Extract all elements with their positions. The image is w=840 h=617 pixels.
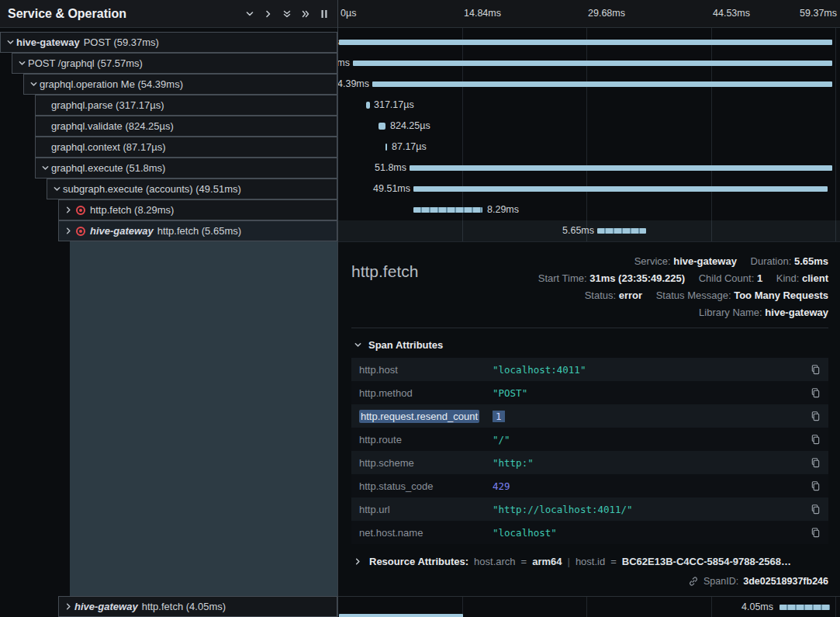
span-bar[interactable] <box>385 144 387 151</box>
span-bar[interactable] <box>410 165 832 171</box>
meta-label: Duration: <box>751 255 792 267</box>
tree-row[interactable]: POST /graphql (57.57ms) <box>0 53 337 74</box>
resource-attributes-row[interactable]: Resource Attributes: host.arch = arm64 |… <box>351 555 828 567</box>
tree-row[interactable]: graphql.operation Me (54.39ms) <box>0 74 337 95</box>
timeline-row-selected: 5.65ms <box>338 220 840 241</box>
panel-title: Service & Operation <box>8 7 240 21</box>
span-bar[interactable] <box>597 228 646 234</box>
tree-row[interactable]: hive-gateway POST (59.37ms) <box>0 32 337 53</box>
span-bar[interactable] <box>780 605 830 610</box>
span-bar[interactable] <box>379 123 385 130</box>
caret-spacer <box>39 120 51 133</box>
copy-icon[interactable] <box>802 411 828 421</box>
tree-row[interactable]: subgraph.execute (accounts) (49.51ms) <box>0 179 337 199</box>
resource-value: arm64 <box>532 556 562 567</box>
tree-row[interactable]: graphql.validate (824.25µs) <box>0 116 337 137</box>
chevron-down-icon[interactable] <box>27 78 40 91</box>
meta-value: hive-gateway <box>673 255 737 267</box>
tree-row[interactable]: http.fetch (8.29ms) <box>0 199 337 220</box>
attribute-row: http.url "http://localhost:4011/" <box>351 497 828 521</box>
gridline <box>711 597 712 617</box>
copy-icon[interactable] <box>802 480 828 491</box>
attribute-key: http.scheme <box>351 457 493 469</box>
span-bar[interactable] <box>372 81 832 87</box>
span-bar[interactable] <box>413 207 482 213</box>
span-label: graphql.context (87.17µs) <box>51 141 166 153</box>
chevron-down-icon[interactable] <box>50 183 63 196</box>
span-label: subgraph.execute (accounts) (49.51ms) <box>63 183 241 195</box>
copy-icon[interactable] <box>802 364 828 375</box>
duration-label: 4.05ms <box>741 597 773 617</box>
tree-row-selected[interactable]: hive-gateway http.fetch (5.65ms) <box>0 220 337 241</box>
selected-span-expanded-area <box>70 241 337 596</box>
meta-value: 1 <box>757 272 762 284</box>
chevron-down-icon[interactable] <box>240 5 259 23</box>
tree-row[interactable]: graphql.context (87.17µs) <box>0 137 337 158</box>
divider <box>351 328 828 328</box>
copy-icon[interactable] <box>802 457 828 468</box>
attribute-value: "POST" <box>493 387 802 399</box>
attribute-row: http.status_code 429 <box>351 474 828 497</box>
resource-key: host.arch <box>474 556 515 567</box>
attribute-key: http.host <box>351 364 493 376</box>
attribute-key: http.route <box>351 434 493 445</box>
chevron-down-icon[interactable] <box>4 36 16 49</box>
span-label: graphql.operation Me (54.39ms) <box>40 78 183 90</box>
copy-icon[interactable] <box>802 504 828 515</box>
chevron-right-icon[interactable] <box>259 5 278 23</box>
meta-label: Library Name: <box>699 307 762 318</box>
chevron-right-icon[interactable] <box>62 225 74 237</box>
timeline-tick: 14.84ms <box>464 0 501 27</box>
detail-title: http.fetch <box>351 262 418 281</box>
section-title: Resource Attributes: <box>369 556 468 567</box>
copy-icon[interactable] <box>802 387 828 398</box>
attribute-value: "localhost:4011" <box>493 364 802 376</box>
chevron-right-icon[interactable] <box>62 601 74 613</box>
tree-row[interactable]: graphql.parse (317.17µs) <box>0 95 337 116</box>
span-bar[interactable] <box>366 102 370 109</box>
collapse-all-icon[interactable] <box>296 5 315 23</box>
chevron-down-icon[interactable] <box>16 57 28 70</box>
attribute-value: "/" <box>493 434 802 445</box>
chevron-down-icon[interactable] <box>39 162 51 175</box>
chevron-down-icon <box>351 338 364 351</box>
caret-spacer <box>39 141 51 154</box>
timeline-row: 8.29ms <box>338 199 840 220</box>
tree-row[interactable]: graphql.execute (51.8ms) <box>0 158 337 179</box>
timeline-tick: 0µs <box>340 0 356 27</box>
copy-icon[interactable] <box>802 434 828 445</box>
span-label: http.fetch (4.05ms) <box>142 601 226 612</box>
attribute-key: http.url <box>351 504 493 515</box>
attribute-row: http.host "localhost:4011" <box>351 358 828 381</box>
span-attributes-section-header[interactable]: Span Attributes <box>351 338 828 351</box>
link-icon[interactable] <box>688 576 699 587</box>
span-label: http.fetch (5.65ms) <box>157 225 241 237</box>
trace-viewer: Service & Operation hive-gateway <box>0 0 840 617</box>
attribute-value: 1 <box>493 411 802 422</box>
service-operation-panel: Service & Operation hive-gateway <box>0 0 338 617</box>
resource-value: BC62E13B-C4CC-5854-9788-2568… <box>622 556 791 567</box>
expand-all-icon[interactable] <box>278 5 296 23</box>
resize-handle-icon[interactable] <box>315 5 334 23</box>
span-bar[interactable] <box>413 186 828 192</box>
resource-key: host.id <box>576 556 605 567</box>
span-bar-partial[interactable] <box>339 614 463 617</box>
gridline <box>835 597 836 617</box>
duration-label: 57.57ms <box>338 53 350 74</box>
error-icon <box>76 206 85 215</box>
chevron-right-icon[interactable] <box>62 204 74 217</box>
span-label: POST (59.37ms) <box>84 36 159 48</box>
span-bar[interactable] <box>339 40 832 45</box>
timeline-row: 824.25µs <box>338 116 840 137</box>
tree-row[interactable]: hive-gateway http.fetch (4.05ms) <box>0 596 337 617</box>
duration-label: 87.17µs <box>392 137 427 158</box>
copy-icon[interactable] <box>802 527 828 538</box>
timeline-row: 49.51ms <box>338 179 840 199</box>
span-detail-panel: http.fetch Service: hive-gateway Duratio… <box>338 241 840 596</box>
span-id-row: SpanID: 3de02518937fb246 <box>351 576 828 587</box>
meta-label: Status: <box>585 289 616 301</box>
span-bar[interactable] <box>353 61 832 66</box>
timeline-row: 59.37ms <box>338 32 840 53</box>
duration-label: 8.29ms <box>487 199 519 220</box>
meta-label: Service: <box>634 255 671 267</box>
